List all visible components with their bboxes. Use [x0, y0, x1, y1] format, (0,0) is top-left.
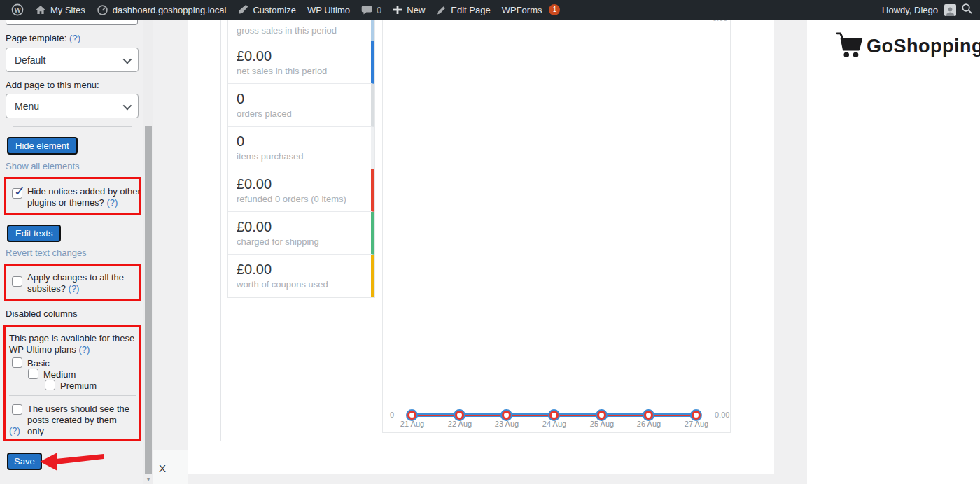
- customize-menu-item[interactable]: Customize: [232, 0, 301, 20]
- stat-amount: 0: [237, 133, 363, 150]
- my-sites-menu-item[interactable]: My Sites: [29, 0, 91, 20]
- admin-bar-left: W My Sites dashboard.goshopping.local Cu…: [0, 0, 566, 20]
- hide-element-button[interactable]: Hide element: [7, 137, 78, 155]
- stat-net-sales: £0.00 net sales in this period: [228, 41, 374, 84]
- wordpress-menu-item[interactable]: W: [6, 0, 29, 20]
- stat-amount: £0.00: [237, 261, 363, 278]
- comments-count: 0: [377, 5, 382, 15]
- hide-notices-label: Hide notices added by other plugins or t…: [27, 186, 141, 208]
- wpforms-label: WPForms: [502, 5, 542, 15]
- stat-label: refunded 0 orders (0 items): [237, 194, 363, 204]
- truncated-input[interactable]: [6, 20, 138, 25]
- my-sites-icon: [35, 4, 46, 15]
- disabled-columns-label: Disabled columns: [6, 308, 78, 319]
- apply-changes-label: Apply changes to all the subsites? (?): [27, 272, 134, 294]
- users-posts-help-link[interactable]: (?): [9, 425, 20, 436]
- users-posts-label: The users should see the posts created b…: [27, 404, 134, 437]
- divider: [13, 126, 132, 127]
- sales-chart-panel: [382, 20, 731, 433]
- x-axis-tick-label: 26 Aug: [631, 420, 666, 428]
- wp-ultimo-menu-item[interactable]: WP Ultimo: [302, 0, 356, 20]
- stat-coupons: £0.00 worth of coupons used: [228, 255, 374, 297]
- howdy-label: Howdy, Diego: [882, 5, 938, 15]
- stat-label: net sales in this period: [237, 66, 363, 76]
- x-axis-tick-label: 23 Aug: [489, 420, 524, 428]
- search-icon[interactable]: [961, 3, 973, 17]
- stat-amount: 0: [237, 90, 363, 107]
- sales-stats-list: gross sales in this period £0.00 net sal…: [227, 20, 375, 298]
- stat-items-purchased: 0 items purchased: [228, 127, 374, 169]
- wpforms-menu-item[interactable]: WPForms 1: [496, 0, 566, 20]
- divider: [9, 395, 136, 396]
- page-template-help-link[interactable]: (?): [69, 33, 80, 43]
- menu-select[interactable]: Menu: [6, 94, 139, 118]
- apply-changes-highlight-box: Apply changes to all the subsites? (?): [4, 264, 141, 301]
- save-button[interactable]: Save: [7, 453, 42, 470]
- new-menu-item[interactable]: New: [387, 0, 430, 20]
- page-template-label: Page template: (?): [6, 33, 80, 43]
- howdy-account-item[interactable]: Howdy, Diego: [881, 0, 939, 20]
- customize-brush-icon: [237, 4, 248, 15]
- revert-text-changes-link[interactable]: Revert text changes: [6, 248, 87, 258]
- hide-notices-checkbox[interactable]: [12, 188, 22, 199]
- plans-help-link[interactable]: (?): [78, 344, 90, 355]
- hide-notices-highlight-box: Hide notices added by other plugins or t…: [4, 177, 141, 215]
- goshopping-logo: GoShopping: [835, 31, 980, 62]
- y-axis-left-label: 0: [380, 411, 394, 419]
- site-name-menu-item[interactable]: dashboard.goshopping.local: [91, 0, 232, 20]
- plan-premium-checkbox[interactable]: [45, 380, 55, 390]
- stat-orders-placed: 0 orders placed: [228, 84, 374, 127]
- data-point-marker[interactable]: [597, 411, 606, 420]
- show-all-elements-link[interactable]: Show all elements: [6, 161, 80, 171]
- my-sites-label: My Sites: [50, 5, 85, 15]
- new-label: New: [407, 5, 425, 15]
- page-template-value: Default: [15, 55, 46, 66]
- edit-texts-button[interactable]: Edit texts: [7, 225, 61, 242]
- wp-ultimo-label: WP Ultimo: [307, 5, 350, 15]
- scrollbar-thumb[interactable]: [145, 126, 152, 474]
- avatar[interactable]: [944, 4, 956, 16]
- edit-page-menu-item[interactable]: Edit Page: [430, 0, 496, 20]
- stat-label: gross sales in this period: [237, 25, 363, 36]
- stat-amount: £0.00: [237, 48, 363, 64]
- pencil-icon: [436, 5, 447, 15]
- edit-page-label: Edit Page: [451, 5, 490, 15]
- users-posts-checkbox[interactable]: [12, 404, 22, 415]
- close-x-button[interactable]: X: [159, 462, 166, 474]
- plans-title: This page is available for these WP Ulti…: [9, 333, 138, 355]
- right-brand-panel: [807, 20, 980, 484]
- menu-select-value: Menu: [15, 101, 39, 112]
- scrollbar-down-arrow[interactable]: ▾: [144, 475, 153, 483]
- site-name-label: dashboard.goshopping.local: [113, 5, 227, 15]
- stat-amount: £0.00: [237, 176, 363, 192]
- stat-amount: £0.00: [237, 218, 363, 235]
- stat-label: charged for shipping: [237, 236, 363, 247]
- comments-bubble-icon: [361, 5, 372, 15]
- x-axis-tick-label: 22 Aug: [442, 420, 477, 428]
- stat-gross-sales: gross sales in this period: [228, 20, 374, 41]
- admin-bar: W My Sites dashboard.goshopping.local Cu…: [0, 0, 980, 20]
- data-point-marker[interactable]: [692, 411, 701, 420]
- data-point-marker[interactable]: [550, 411, 559, 420]
- stat-shipping: £0.00 charged for shipping: [228, 212, 374, 255]
- data-point-marker[interactable]: [407, 411, 416, 420]
- x-axis-tick-label: 25 Aug: [584, 420, 620, 428]
- plan-basic-checkbox[interactable]: [12, 357, 22, 368]
- admin-bar-right: Howdy, Diego: [881, 0, 980, 20]
- data-point-marker[interactable]: [455, 411, 464, 420]
- y-axis-top-label-clipped: 0.00: [713, 20, 732, 23]
- y-axis-right-label: 0.00: [715, 411, 729, 419]
- comments-menu-item[interactable]: 0: [356, 0, 387, 20]
- apply-changes-checkbox[interactable]: [12, 276, 22, 287]
- page-template-select[interactable]: Default: [6, 48, 139, 72]
- stat-refunded: £0.00 refunded 0 orders (0 items): [228, 169, 374, 212]
- stat-label: worth of coupons used: [237, 279, 363, 290]
- plan-medium-checkbox[interactable]: [28, 369, 38, 379]
- hide-notices-help-link[interactable]: (?): [106, 197, 118, 208]
- data-point-marker[interactable]: [644, 411, 653, 420]
- data-point-marker[interactable]: [502, 411, 511, 420]
- plans-highlight-box: This page is available for these WP Ulti…: [4, 325, 141, 441]
- apply-changes-help-link[interactable]: (?): [69, 283, 80, 294]
- stat-label: items purchased: [237, 151, 363, 162]
- dashboard-gauge-icon: [97, 4, 108, 16]
